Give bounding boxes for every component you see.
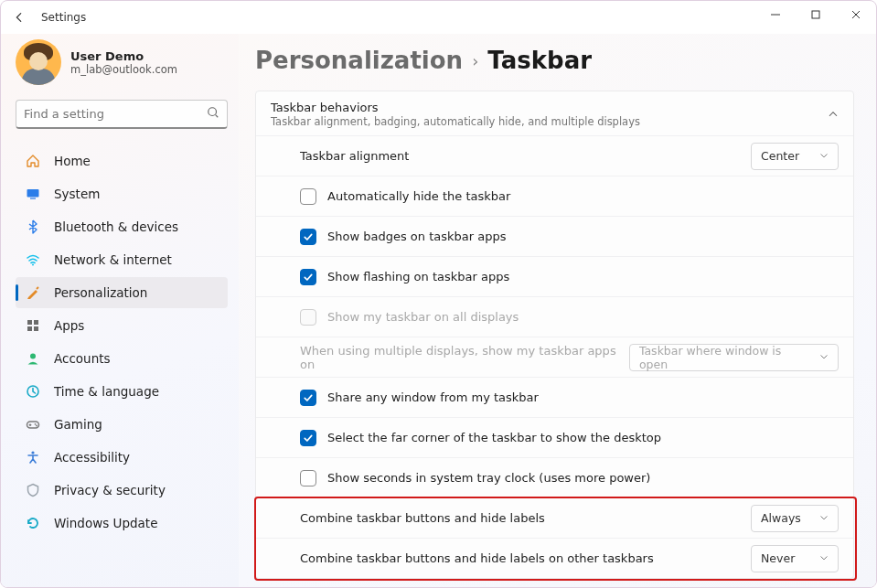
minimize-button[interactable] [755,1,796,28]
setting-row: Taskbar alignmentCenter [256,135,853,176]
setting-label: Show flashing on taskbar apps [327,270,509,283]
svg-rect-9 [27,326,32,331]
sidebar-item-label: Personalization [54,285,147,300]
panel-header[interactable]: Taskbar behaviors Taskbar alignment, bad… [256,91,853,135]
chevron-up-icon [828,106,839,123]
svg-point-16 [31,451,34,454]
panel-subtitle: Taskbar alignment, badging, automaticall… [271,115,640,128]
sidebar-item-label: Accounts [54,351,111,366]
close-icon [851,10,861,19]
checkbox[interactable] [300,470,316,486]
setting-label: Automatically hide the taskbar [327,189,510,203]
nav-list: HomeSystemBluetooth & devicesNetwork & i… [16,145,228,539]
close-button[interactable] [836,1,876,28]
setting-row: Combine taskbar buttons and hide labels … [256,538,853,578]
sidebar-item-label: Windows Update [54,516,157,530]
back-button[interactable] [8,6,30,28]
setting-row: Show my taskbar on all displays [256,296,853,337]
setting-label: Combine taskbar buttons and hide labels … [300,551,654,565]
dropdown-value: Taskbar where window is open [639,344,810,371]
checkbox [300,309,316,326]
setting-row: Automatically hide the taskbar [256,176,853,216]
apps-icon [25,317,41,334]
setting-label: Share any window from my taskbar [327,390,539,404]
sidebar-item-time[interactable]: Time & language [16,376,228,407]
setting-row: Select the far corner of the taskbar to … [256,417,853,457]
sidebar-item-personalization[interactable]: Personalization [16,277,228,308]
sidebar-item-gaming[interactable]: Gaming [16,409,228,440]
sidebar-item-label: System [54,187,100,201]
sidebar-item-label: Apps [54,318,84,333]
bluetooth-icon [25,219,41,235]
svg-point-11 [30,354,36,359]
checkbox[interactable] [300,430,316,446]
maximize-button[interactable] [796,1,836,28]
dropdown-value: Never [761,551,795,565]
sidebar-item-privacy[interactable]: Privacy & security [16,475,228,506]
checkbox[interactable] [300,390,316,406]
svg-rect-4 [27,189,39,198]
sidebar-item-label: Bluetooth & devices [54,219,178,234]
setting-label: Select the far corner of the taskbar to … [327,431,661,444]
accounts-icon [25,350,41,367]
breadcrumb-parent[interactable]: Personalization [255,47,463,74]
user-box[interactable]: User Demo m_lab@outlook.com [16,39,228,85]
setting-label: Combine taskbar buttons and hide labels [300,511,545,525]
sidebar-item-home[interactable]: Home [16,145,228,176]
sidebar-item-label: Accessibility [54,450,130,465]
breadcrumb-current: Taskbar [487,47,592,74]
minimize-icon [771,10,780,19]
sidebar-item-label: Time & language [54,384,159,399]
user-name: User Demo [70,49,177,63]
gaming-icon [25,416,41,433]
main-content: Personalization › Taskbar Taskbar behavi… [239,34,876,587]
personalization-icon [25,284,41,301]
setting-row: Show flashing on taskbar apps [256,256,853,296]
sidebar-item-accessibility[interactable]: Accessibility [16,442,228,473]
svg-rect-8 [34,320,38,325]
checkbox[interactable] [300,229,316,245]
sidebar-item-label: Gaming [54,417,102,432]
breadcrumb: Personalization › Taskbar [255,47,854,74]
svg-rect-5 [30,198,36,199]
setting-row: Share any window from my taskbar [256,377,853,417]
sidebar-item-network[interactable]: Network & internet [16,244,228,275]
setting-label: When using multiple displays, show my ta… [300,344,629,371]
dropdown[interactable]: Always [751,505,839,532]
sidebar-item-accounts[interactable]: Accounts [16,343,228,374]
update-icon [25,515,41,531]
window-title: Settings [41,11,86,24]
panel-title: Taskbar behaviors [271,101,640,114]
sidebar-item-system[interactable]: System [16,178,228,209]
sidebar-item-bluetooth[interactable]: Bluetooth & devices [16,211,228,242]
setting-label: Taskbar alignment [300,149,409,163]
search-icon [207,105,219,123]
svg-rect-13 [27,422,39,428]
checkbox[interactable] [300,269,316,285]
setting-row: Show seconds in system tray clock (uses … [256,457,853,497]
avatar [16,39,61,85]
dropdown[interactable]: Center [751,143,839,170]
svg-point-14 [35,423,37,425]
setting-row: Show badges on taskbar apps [256,216,853,256]
accessibility-icon [25,449,41,465]
dropdown[interactable]: Never [751,545,839,572]
search-box[interactable] [16,100,228,129]
chevron-down-icon [819,149,829,163]
svg-line-3 [216,115,219,118]
dropdown: Taskbar where window is open [629,344,839,371]
svg-point-2 [209,108,217,116]
sidebar-item-apps[interactable]: Apps [16,310,228,341]
chevron-down-icon [819,551,829,565]
checkbox[interactable] [300,188,316,205]
chevron-down-icon [819,511,829,525]
sidebar-item-update[interactable]: Windows Update [16,508,228,539]
privacy-icon [25,482,41,498]
system-icon [25,186,41,202]
setting-label: Show my taskbar on all displays [327,310,519,324]
search-input[interactable] [24,107,207,121]
chevron-down-icon [819,350,829,364]
sidebar-item-label: Home [54,154,91,168]
setting-label: Show seconds in system tray clock (uses … [327,471,650,485]
taskbar-behaviors-panel: Taskbar behaviors Taskbar alignment, bad… [255,91,854,579]
